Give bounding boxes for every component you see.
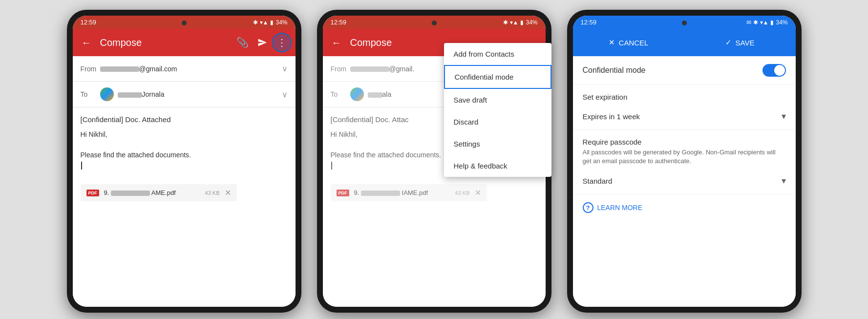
more-button-1[interactable]: ⋮ xyxy=(272,33,292,52)
to-row-1: To Jornala ∨ xyxy=(73,82,296,107)
time-3: 12:59 xyxy=(581,19,597,26)
send-button-1[interactable] xyxy=(253,33,272,52)
status-icons-3: ✉ ✱ ▾▲ ▮ 34% xyxy=(746,19,788,26)
pdf-icon-2: PDF xyxy=(337,190,349,196)
pdf-icon-1: PDF xyxy=(86,190,99,196)
passcode-description: All passcodes will be generated by Googl… xyxy=(573,148,796,171)
to-chevron-1: ∨ xyxy=(282,90,288,99)
menu-save-draft[interactable]: Save draft xyxy=(444,89,546,111)
email-content-1: [Confidential] Doc. Attached Hi Nikhil, … xyxy=(73,107,296,178)
compose-body-1: From @gmail.com ∨ To Jornala ∨ [Confiden… xyxy=(73,56,296,307)
from-label-1: From xyxy=(81,65,100,73)
menu-confidential-mode[interactable]: Confidential mode xyxy=(444,65,546,89)
cancel-icon-3: ✕ xyxy=(609,38,615,47)
attachment-close-1[interactable]: ✕ xyxy=(225,188,231,197)
status-icons-2: ✱ ▾▲ ▮ 34% xyxy=(503,19,538,26)
phone-3: 12:59 ✉ ✱ ▾▲ ▮ 34% ✕ CANCEL ✓ SAVE xyxy=(567,10,802,313)
from-label-2: From xyxy=(331,65,350,73)
to-value-1: Jornala xyxy=(118,90,282,98)
confidential-mode-label: Confidential mode xyxy=(583,66,762,75)
back-button-2[interactable]: ← xyxy=(327,33,346,52)
set-expiration-header: Set expiration xyxy=(573,85,796,105)
cancel-button-3[interactable]: ✕ CANCEL xyxy=(573,29,684,56)
settings-content-3: Confidential mode Set expiration Expires… xyxy=(573,56,796,307)
email-subject-1: [Confidential] Doc. Attached xyxy=(81,115,288,124)
save-label-3: SAVE xyxy=(736,39,755,47)
status-icons-1: ✱ ▾▲ ▮ 34% xyxy=(253,19,288,26)
to-label-1: To xyxy=(81,90,100,98)
menu-add-contacts[interactable]: Add from Contacts xyxy=(444,43,546,65)
learn-more-label: LEARN MORE xyxy=(597,204,643,212)
from-row-1: From @gmail.com ∨ xyxy=(73,56,296,82)
to-label-2: To xyxy=(331,90,350,98)
learn-more-icon: ? xyxy=(583,202,593,213)
status-bar-1: 12:59 ✱ ▾▲ ▮ 34% xyxy=(73,16,296,29)
phone-2: 12:59 ✱ ▾▲ ▮ 34% ← Compose From @gmail. … xyxy=(317,10,551,313)
cancel-label-3: CANCEL xyxy=(619,39,649,47)
save-icon-3: ✓ xyxy=(725,38,732,47)
passcode-value: Standard xyxy=(583,177,782,185)
require-passcode-header: Require passcode xyxy=(573,130,796,148)
from-chevron-1: ∨ xyxy=(282,64,288,73)
confidential-mode-row: Confidential mode xyxy=(573,56,796,85)
action-bar-3: ✕ CANCEL ✓ SAVE xyxy=(573,29,796,56)
avatar-2 xyxy=(350,87,364,101)
email-body-1: Hi Nikhil, Please find the attached docu… xyxy=(81,129,288,170)
phone-1: 12:59 ✱ ▾▲ ▮ 34% ← Compose 📎 ⋮ From xyxy=(67,10,301,313)
time-1: 12:59 xyxy=(81,19,97,26)
save-button-3[interactable]: ✓ SAVE xyxy=(684,29,796,56)
compose-title-1: Compose xyxy=(100,37,233,48)
attachment-chip-2: PDF 9. IAME.pdf 43 KB ✕ xyxy=(331,184,487,201)
attachment-close-2[interactable]: ✕ xyxy=(475,188,481,197)
status-bar-2: 12:59 ✱ ▾▲ ▮ 34% xyxy=(323,16,546,29)
time-2: 12:59 xyxy=(331,19,347,26)
learn-more-row[interactable]: ? LEARN MORE xyxy=(573,194,796,221)
expiration-dropdown-row: Expires in 1 week ▾ xyxy=(573,105,796,130)
passcode-dropdown-row: Standard ▾ xyxy=(573,171,796,194)
context-menu-2: Add from Contacts Confidential mode Save… xyxy=(444,43,546,177)
back-button-1[interactable]: ← xyxy=(77,33,96,52)
passcode-arrow-icon[interactable]: ▾ xyxy=(782,175,786,186)
file-size-1: 43 KB xyxy=(205,190,220,196)
attachment-name-1: 9. AME.pdf xyxy=(104,189,200,196)
menu-settings[interactable]: Settings xyxy=(444,133,546,155)
expiration-arrow-icon[interactable]: ▾ xyxy=(782,111,786,122)
menu-help[interactable]: Help & feedback xyxy=(444,155,546,177)
file-size-2: 43 KB xyxy=(455,190,470,196)
avatar-1 xyxy=(100,87,114,101)
menu-discard[interactable]: Discard xyxy=(444,111,546,133)
attach-button-1[interactable]: 📎 xyxy=(233,33,253,52)
from-value-1: @gmail.com xyxy=(100,65,282,73)
status-bar-3: 12:59 ✉ ✱ ▾▲ ▮ 34% xyxy=(573,16,796,29)
attachment-area-1: PDF 9. AME.pdf 43 KB ✕ xyxy=(73,178,296,207)
attachment-name-2: 9. IAME.pdf xyxy=(354,189,450,196)
app-bar-1: ← Compose 📎 ⋮ xyxy=(73,29,296,56)
expiration-value: Expires in 1 week xyxy=(583,112,782,121)
attachment-chip-1: PDF 9. AME.pdf 43 KB ✕ xyxy=(81,184,237,201)
confidential-mode-toggle[interactable] xyxy=(762,64,786,77)
attachment-area-2: PDF 9. IAME.pdf 43 KB ✕ xyxy=(323,178,546,207)
